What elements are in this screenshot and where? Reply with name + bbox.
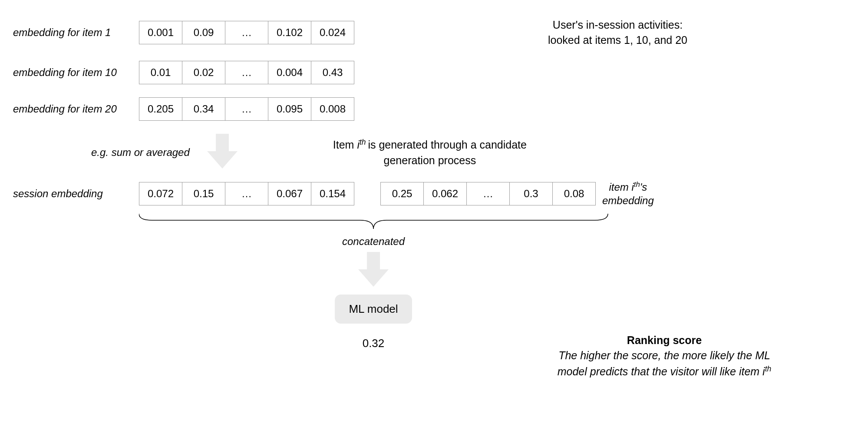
vector-cell: …: [466, 182, 510, 205]
arrow-down-icon: [358, 252, 389, 289]
activities-text: User's in-session activities: looked at …: [380, 17, 855, 48]
embedding-label: embedding for item 20: [13, 103, 135, 115]
session-row: session embedding 0.072 0.15 … 0.067 0.1…: [13, 180, 855, 207]
vector-cell: 0.25: [380, 182, 424, 205]
embedding-vector: 0.001 0.09 … 0.102 0.024: [139, 21, 354, 44]
svg-marker-1: [358, 252, 389, 287]
vector-cell: …: [225, 21, 268, 44]
vector-cell: 0.34: [182, 97, 225, 121]
ranking-score-description: Ranking score The higher the score, the …: [491, 333, 838, 379]
vector-cell: 0.3: [509, 182, 553, 205]
vector-cell: 0.008: [311, 97, 354, 121]
svg-marker-0: [207, 134, 238, 169]
embedding-row-item-10: embedding for item 10 0.01 0.02 … 0.004 …: [13, 61, 855, 84]
vector-cell: 0.095: [268, 97, 311, 121]
aggregation-annotation: e.g. sum or averaged Item ith is generat…: [13, 134, 855, 171]
vector-cell: 0.205: [139, 97, 182, 121]
vector-cell: 0.072: [139, 182, 182, 205]
item-i-embedding-label: item ith's embedding: [602, 180, 654, 207]
embedding-label: embedding for item 10: [13, 66, 135, 79]
embedding-row-item-1: embedding for item 1 0.001 0.09 … 0.102 …: [13, 17, 855, 48]
ranking-score-title: Ranking score: [627, 334, 702, 346]
vector-cell: …: [225, 182, 268, 205]
concatenated-label: concatenated: [139, 235, 608, 248]
embedding-row-item-20: embedding for item 20 0.205 0.34 … 0.095…: [13, 97, 855, 121]
embedding-label: embedding for item 1: [13, 26, 135, 39]
score-value: 0.32: [363, 337, 385, 350]
arrow-down-icon: [207, 134, 238, 171]
vector-cell: 0.01: [139, 61, 182, 84]
vector-cell: 0.09: [182, 21, 225, 44]
vector-cell: 0.001: [139, 21, 182, 44]
vector-cell: 0.024: [311, 21, 354, 44]
candidate-gen-text: Item ith is generated through a candidat…: [333, 137, 527, 168]
session-embedding-vector: 0.072 0.15 … 0.067 0.154: [139, 182, 354, 205]
vector-cell: 0.004: [268, 61, 311, 84]
vector-cell: …: [225, 61, 268, 84]
vector-cell: 0.02: [182, 61, 225, 84]
embedding-vector: 0.205 0.34 … 0.095 0.008: [139, 97, 354, 121]
vector-cell: 0.43: [311, 61, 354, 84]
ml-model-box: ML model: [335, 295, 412, 324]
vector-cell: 0.15: [182, 182, 225, 205]
session-embedding-label: session embedding: [13, 188, 135, 200]
aggregation-label: e.g. sum or averaged: [91, 146, 190, 159]
item-i-embedding-vector: 0.25 0.062 … 0.3 0.08: [380, 182, 596, 205]
vector-cell: 0.154: [311, 182, 354, 205]
vector-cell: 0.067: [268, 182, 311, 205]
vector-cell: 0.08: [552, 182, 596, 205]
embedding-vector: 0.01 0.02 … 0.004 0.43: [139, 61, 354, 84]
ml-flow: ML model: [139, 252, 608, 324]
vector-cell: …: [225, 97, 268, 121]
concat-brace: [13, 212, 855, 233]
vector-cell: 0.102: [268, 21, 311, 44]
vector-cell: 0.062: [423, 182, 467, 205]
